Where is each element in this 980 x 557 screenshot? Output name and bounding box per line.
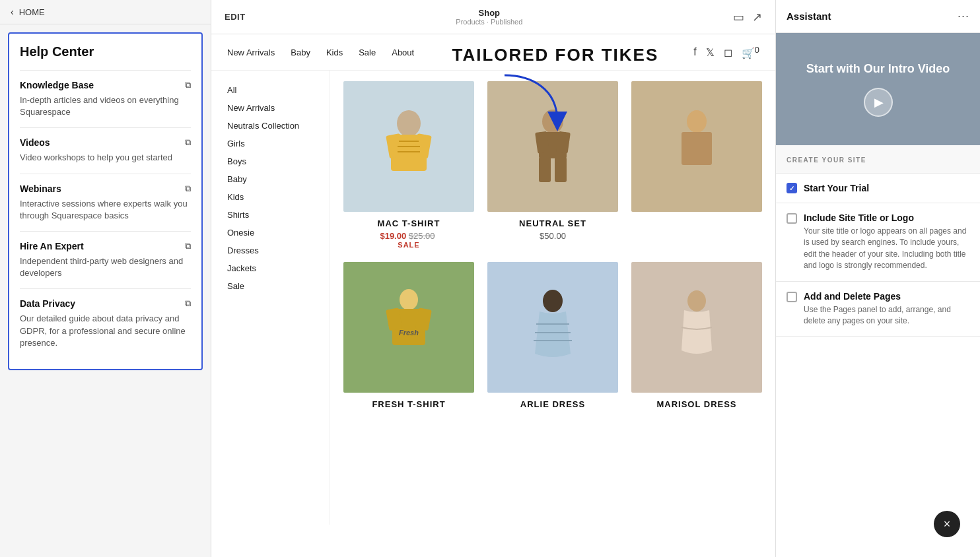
help-item-hire-expert[interactable]: Hire An Expert ⧉ Independent third-party… <box>20 231 191 288</box>
assistant-panel: Assistant ··· Start with Our Intro Video… <box>775 0 980 557</box>
product-image-neutral-set <box>487 81 618 212</box>
facebook-icon[interactable]: f <box>693 46 696 58</box>
add-pages-checklist-label: Add and Delete Pages <box>804 291 969 302</box>
assistant-header: Assistant ··· <box>776 0 980 33</box>
webinars-desc: Interactive sessions where experts walk … <box>20 198 191 222</box>
edit-label[interactable]: EDIT <box>225 12 246 22</box>
add-pages-checklist-desc: Use the Pages panel to add, arrange, and… <box>804 304 969 327</box>
product-image-placeholder <box>631 81 762 212</box>
help-center-panel: ‹ HOME Help Center Knowledge Base ⧉ In-d… <box>0 0 211 557</box>
product-image-marisol-dress <box>631 262 762 393</box>
checklist-item-add-pages[interactable]: Add and Delete Pages Use the Pages panel… <box>776 282 980 337</box>
help-center-box: Help Center Knowledge Base ⧉ In-depth ar… <box>8 32 203 370</box>
hire-expert-desc: Independent third-party web designers an… <box>20 255 191 279</box>
add-pages-content: Add and Delete Pages Use the Pages panel… <box>804 291 969 327</box>
knowledge-base-title: Knowledge Base <box>20 80 94 90</box>
cat-sale[interactable]: Sale <box>227 277 314 295</box>
check-mark-icon: ✓ <box>789 185 794 192</box>
svg-point-24 <box>687 290 706 311</box>
twitter-icon[interactable]: 𝕏 <box>706 46 715 59</box>
help-item-videos[interactable]: Videos ⧉ Video workshops to help you get… <box>20 127 191 173</box>
editor-bar-right: ▭ ↗ <box>733 10 762 24</box>
cat-new-arrivals[interactable]: New Arrivals <box>227 99 314 117</box>
site-title-content: Include Site Title or Logo Your site tit… <box>804 213 969 272</box>
product-image-arlie-dress <box>487 262 618 393</box>
site-title-checkbox[interactable] <box>787 213 797 224</box>
external-link-icon-hire: ⧉ <box>185 241 191 251</box>
cat-onesie[interactable]: Onesie <box>227 224 314 242</box>
svg-rect-14 <box>682 132 712 165</box>
product-card-placeholder[interactable] <box>631 81 762 249</box>
intro-video-label: Start with Our Intro Video <box>806 61 950 77</box>
cat-boys[interactable]: Boys <box>227 152 314 170</box>
checklist-item-site-title[interactable]: Include Site Title or Logo Your site tit… <box>776 203 980 282</box>
product-card-neutral-set[interactable]: NEUTRAL SET $50.00 <box>487 81 618 249</box>
sale-price: $19.00 <box>380 231 406 241</box>
nav-link-about[interactable]: About <box>392 48 414 57</box>
cat-kids[interactable]: Kids <box>227 188 314 206</box>
trial-label: Start Your Trial <box>804 183 869 193</box>
help-item-data-privacy[interactable]: Data Privacy ⧉ Our detailed guide about … <box>20 288 191 358</box>
nav-icons: f 𝕏 ◻ 🛒0 <box>693 45 759 59</box>
hire-expert-title: Hire An Expert <box>20 241 84 251</box>
instagram-icon[interactable]: ◻ <box>724 46 732 59</box>
site-title-checklist-desc: Your site title or logo appears on all p… <box>804 226 969 272</box>
expand-icon[interactable]: ↗ <box>752 10 762 24</box>
product-price-mac-tshirt: $19.00 $25.00 SALE <box>380 231 437 249</box>
more-options-button[interactable]: ··· <box>958 9 969 23</box>
svg-point-15 <box>400 289 418 310</box>
site-title-checklist-label: Include Site Title or Logo <box>804 213 969 223</box>
trial-row[interactable]: ✓ Start Your Trial <box>776 174 980 203</box>
play-video-button[interactable]: ▶ <box>864 88 893 117</box>
product-card-marisol-dress[interactable]: MARISOL DRESS <box>631 262 762 409</box>
cat-neutrals[interactable]: Neutrals Collection <box>227 117 314 135</box>
nav-link-sale[interactable]: Sale <box>359 48 376 57</box>
product-name-mac-tshirt: MAC T-SHIRT <box>378 218 440 228</box>
cart-icon[interactable]: 🛒0 <box>742 45 759 59</box>
site-navigation: New Arrivals Baby Kids Sale About TAILOR… <box>211 34 775 71</box>
nav-link-new-arrivals[interactable]: New Arrivals <box>227 48 275 57</box>
back-arrow-icon[interactable]: ‹ <box>11 7 14 17</box>
external-link-icon-kb: ⧉ <box>185 80 191 90</box>
svg-text:Fresh: Fresh <box>399 329 419 337</box>
product-card-mac-tshirt[interactable]: MAC T-SHIRT $19.00 $25.00 SALE <box>343 81 474 249</box>
cat-shirts[interactable]: Shirts <box>227 206 314 224</box>
create-site-label: CREATE YOUR SITE <box>787 156 866 164</box>
svg-point-20 <box>543 290 563 312</box>
knowledge-base-desc: In-depth articles and videos on everythi… <box>20 94 191 118</box>
product-card-arlie-dress[interactable]: ARLIE DRESS <box>487 262 618 409</box>
left-top-bar[interactable]: ‹ HOME <box>0 0 211 24</box>
play-icon: ▶ <box>874 95 884 110</box>
svg-rect-11 <box>539 157 551 182</box>
close-button[interactable]: × <box>934 511 960 537</box>
site-hero-title: TAILORED FOR TIKES <box>452 45 658 65</box>
product-image-fresh-tshirt: Fresh <box>343 262 474 393</box>
nav-link-kids[interactable]: Kids <box>326 48 343 57</box>
add-pages-checkbox[interactable] <box>787 292 797 302</box>
nav-links: New Arrivals Baby Kids Sale About <box>227 48 414 57</box>
product-name-marisol-dress: MARISOL DRESS <box>656 399 736 409</box>
product-card-fresh-tshirt[interactable]: Fresh FRESH T-SHIRT <box>343 262 474 409</box>
cat-jackets[interactable]: Jackets <box>227 259 314 277</box>
cat-dresses[interactable]: Dresses <box>227 242 314 259</box>
content-body: All New Arrivals Neutrals Collection Gir… <box>211 71 775 525</box>
help-item-webinars[interactable]: Webinars ⧉ Interactive sessions where ex… <box>20 174 191 231</box>
assistant-title: Assistant <box>787 11 831 22</box>
home-back-label[interactable]: HOME <box>19 7 45 17</box>
editor-bar: EDIT Shop Products · Published ▭ ↗ <box>211 0 775 34</box>
cat-all[interactable]: All <box>227 81 314 99</box>
nav-link-baby[interactable]: Baby <box>291 48 310 57</box>
trial-checkbox[interactable]: ✓ <box>787 183 797 193</box>
site-content: New Arrivals Baby Kids Sale About TAILOR… <box>211 34 775 557</box>
videos-desc: Video workshops to help you get started <box>20 152 191 164</box>
mobile-preview-icon[interactable]: ▭ <box>733 10 744 24</box>
external-link-icon-privacy: ⧉ <box>185 298 191 309</box>
shop-info: Shop Products · Published <box>456 8 522 26</box>
cat-girls[interactable]: Girls <box>227 135 314 152</box>
cat-baby[interactable]: Baby <box>227 170 314 188</box>
category-sidebar: All New Arrivals Neutrals Collection Gir… <box>211 71 330 525</box>
help-item-knowledge-base[interactable]: Knowledge Base ⧉ In-depth articles and v… <box>20 70 191 127</box>
product-price-neutral-set: $50.00 <box>540 231 566 241</box>
intro-video-block[interactable]: Start with Our Intro Video ▶ <box>776 33 980 145</box>
main-editor-area: EDIT Shop Products · Published ▭ ↗ New A… <box>211 0 775 557</box>
